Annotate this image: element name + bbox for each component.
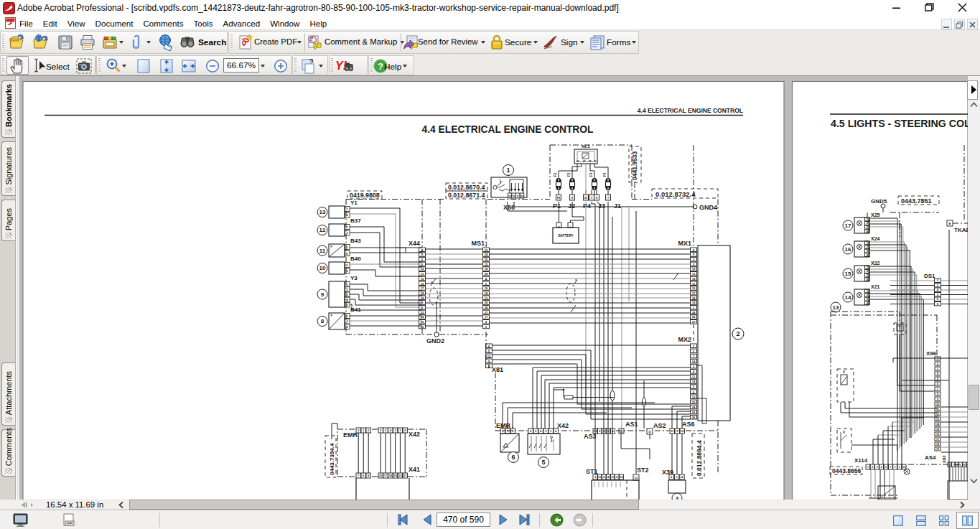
svg-text:4: 4 bbox=[937, 373, 938, 375]
svg-text:B37: B37 bbox=[350, 217, 361, 224]
svg-text:16: 16 bbox=[845, 246, 851, 253]
svg-text:F1: F1 bbox=[554, 172, 557, 177]
svg-text:1: 1 bbox=[346, 208, 347, 211]
svg-text:NL1: NL1 bbox=[582, 144, 590, 149]
svg-text:5: 5 bbox=[346, 304, 347, 306]
svg-text:16: 16 bbox=[485, 267, 488, 271]
svg-text:ST1: ST1 bbox=[586, 468, 598, 475]
svg-text:4: 4 bbox=[881, 466, 882, 469]
svg-text:17: 17 bbox=[485, 315, 488, 319]
svg-text:12: 12 bbox=[487, 355, 491, 358]
svg-text:17: 17 bbox=[421, 286, 424, 290]
svg-text:1: 1 bbox=[346, 226, 347, 229]
svg-text:28: 28 bbox=[485, 272, 488, 276]
svg-text:0419.9808: 0419.9808 bbox=[350, 192, 380, 199]
svg-text:1: 1 bbox=[506, 167, 510, 174]
svg-text:AS1: AS1 bbox=[625, 421, 638, 428]
svg-text:0443.7354.4: 0443.7354.4 bbox=[329, 443, 335, 475]
svg-text:2: 2 bbox=[872, 466, 873, 469]
svg-text:2: 2 bbox=[346, 270, 347, 273]
svg-text:26: 26 bbox=[485, 301, 488, 304]
svg-text:19: 19 bbox=[692, 301, 696, 304]
svg-text:AS3: AS3 bbox=[584, 433, 597, 440]
svg-text:2: 2 bbox=[346, 214, 347, 217]
svg-text:AS4: AS4 bbox=[925, 454, 936, 461]
svg-text:EMR: EMR bbox=[343, 431, 358, 439]
svg-text:15: 15 bbox=[692, 282, 696, 286]
svg-text:11: 11 bbox=[485, 296, 488, 300]
svg-text:5: 5 bbox=[937, 378, 938, 380]
svg-text:12: 12 bbox=[692, 395, 696, 399]
svg-text:2: 2 bbox=[346, 232, 347, 235]
svg-text:Y1: Y1 bbox=[350, 200, 358, 206]
svg-text:?: ? bbox=[378, 61, 383, 72]
svg-text:DS1: DS1 bbox=[924, 273, 935, 279]
svg-text:18: 18 bbox=[692, 296, 696, 300]
svg-text:25: 25 bbox=[485, 258, 488, 261]
svg-text:X114: X114 bbox=[854, 457, 868, 464]
svg-text:X25: X25 bbox=[871, 212, 880, 217]
svg-text:50: 50 bbox=[521, 195, 523, 198]
svg-text:15: 15 bbox=[936, 428, 939, 431]
svg-text:8: 8 bbox=[321, 318, 325, 324]
svg-text:X86: X86 bbox=[503, 204, 515, 211]
svg-text:12: 12 bbox=[692, 267, 696, 271]
svg-text:F4: F4 bbox=[603, 172, 607, 177]
svg-text:14: 14 bbox=[936, 423, 939, 426]
svg-text:GND5: GND5 bbox=[871, 198, 887, 205]
svg-text:A: A bbox=[421, 248, 423, 252]
svg-text:20: 20 bbox=[379, 474, 383, 477]
svg-text:0.012.8894.4: 0.012.8894.4 bbox=[696, 440, 703, 476]
svg-text:10: 10 bbox=[681, 429, 684, 433]
svg-text:14: 14 bbox=[692, 360, 696, 363]
svg-text:3: 3 bbox=[876, 466, 877, 469]
svg-text:16: 16 bbox=[692, 286, 696, 290]
svg-text:12: 12 bbox=[635, 476, 638, 479]
svg-text:4.5 LIGHTS - STEERING COLUMN: 4.5 LIGHTS - STEERING COLUMN bbox=[831, 118, 968, 129]
svg-text:87: 87 bbox=[583, 160, 586, 163]
svg-text:15: 15 bbox=[845, 271, 851, 277]
svg-text:5: 5 bbox=[541, 459, 545, 466]
svg-text:GND4: GND4 bbox=[699, 204, 717, 211]
svg-text:25: 25 bbox=[692, 411, 696, 414]
svg-text:8: 8 bbox=[937, 393, 938, 395]
svg-text:24: 24 bbox=[692, 406, 696, 409]
svg-text:X96: X96 bbox=[926, 350, 937, 357]
svg-text:6: 6 bbox=[963, 464, 965, 467]
svg-text:ST2: ST2 bbox=[637, 467, 649, 474]
svg-text:30: 30 bbox=[594, 160, 597, 163]
svg-text:AS2: AS2 bbox=[653, 422, 666, 429]
svg-text:21: 21 bbox=[403, 474, 407, 477]
svg-text:25: 25 bbox=[692, 315, 696, 319]
svg-text:2: 2 bbox=[346, 253, 347, 256]
svg-text:18: 18 bbox=[388, 474, 392, 477]
svg-text:14: 14 bbox=[692, 277, 696, 281]
svg-text:2: 2 bbox=[949, 464, 951, 467]
svg-text:9: 9 bbox=[571, 197, 573, 200]
svg-text:11: 11 bbox=[611, 475, 615, 479]
svg-text:6: 6 bbox=[937, 383, 938, 385]
svg-text:13: 13 bbox=[692, 272, 696, 276]
svg-text:MX1: MX1 bbox=[678, 240, 691, 247]
svg-text:1: 1 bbox=[346, 246, 347, 249]
svg-text:B40: B40 bbox=[350, 256, 361, 262]
svg-text:EMR: EMR bbox=[496, 422, 511, 429]
svg-text:1: 1 bbox=[346, 264, 347, 267]
svg-text:X42: X42 bbox=[409, 431, 420, 438]
svg-text:13: 13 bbox=[319, 209, 326, 215]
svg-text:16: 16 bbox=[398, 474, 402, 477]
svg-text:28: 28 bbox=[485, 306, 488, 309]
svg-text:7: 7 bbox=[591, 197, 592, 200]
svg-text:21: 21 bbox=[584, 197, 587, 200]
svg-text:12: 12 bbox=[936, 413, 939, 416]
svg-text:19: 19 bbox=[393, 474, 397, 477]
svg-text:P: P bbox=[331, 245, 333, 248]
svg-text:85: 85 bbox=[589, 160, 592, 163]
svg-text:15: 15 bbox=[485, 263, 488, 266]
svg-text:24: 24 bbox=[485, 253, 488, 256]
svg-text:J1: J1 bbox=[614, 202, 621, 210]
svg-text:P1: P1 bbox=[553, 202, 561, 210]
svg-text:X42: X42 bbox=[557, 422, 569, 429]
svg-text:9: 9 bbox=[899, 466, 900, 469]
svg-text:12: 12 bbox=[421, 267, 424, 271]
